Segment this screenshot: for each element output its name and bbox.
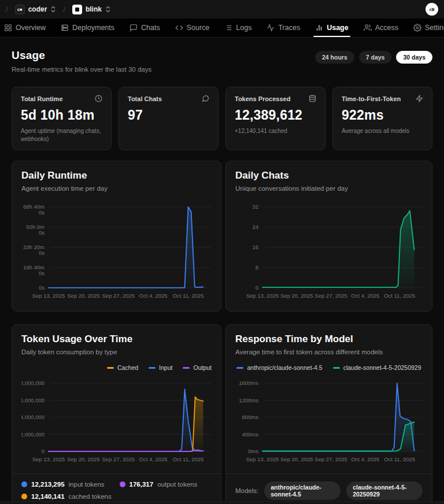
tab-access[interactable]: Access (356, 18, 406, 37)
svg-text:400ms: 400ms (242, 431, 258, 438)
models-label: Models: (235, 487, 258, 494)
divider (226, 473, 432, 474)
breadcrumb-org[interactable]: c■ coder (13, 3, 59, 16)
tab-source[interactable]: Source (168, 18, 217, 37)
top-bar: / c■ coder / blink cB (0, 0, 444, 18)
chart-title: Daily Chats (235, 170, 423, 181)
range-30-days-button[interactable]: 30 days (396, 51, 432, 64)
svg-text:Sep 20, 2025: Sep 20, 2025 (67, 456, 100, 462)
svg-text:Sep 13, 2025: Sep 13, 2025 (32, 292, 65, 299)
svg-text:Sep 20, 2025: Sep 20, 2025 (280, 456, 313, 462)
stat-label: Total Chats (128, 95, 162, 102)
tab-deployments[interactable]: Deployments (53, 18, 122, 37)
tab-label: Deployments (72, 24, 114, 32)
chart-title: Token Usage Over Time (21, 333, 212, 345)
svg-text:Oct 4, 2025: Oct 4, 2025 (351, 292, 379, 299)
range-24-hours-button[interactable]: 24 hours (315, 51, 354, 64)
server-icon (61, 24, 69, 32)
nav-tab-bar: Overview Deployments Chats Source Logs T… (0, 18, 444, 38)
token-totals: 12,213,295 input tokens 176,317 output t… (21, 481, 212, 500)
lightning-icon (416, 95, 423, 102)
tab-label: Overview (16, 24, 46, 32)
chevron-up-down-icon[interactable] (50, 6, 56, 13)
svg-text:Sep 20, 2025: Sep 20, 2025 (67, 292, 100, 299)
legend-swatch-icon (107, 367, 114, 369)
tab-logs[interactable]: Logs (217, 18, 259, 37)
chat-icon (202, 95, 209, 102)
token-usage-card: Token Usage Over Time Daily token consum… (12, 324, 221, 504)
stat-value: 5d 10h 18m (21, 108, 102, 123)
svg-text:0s: 0s (39, 250, 45, 256)
svg-text:6,000,000: 6,000,000 (21, 397, 45, 403)
tab-label: Chats (141, 24, 160, 32)
svg-text:Oct 4, 2025: Oct 4, 2025 (351, 456, 379, 462)
tab-usage[interactable]: Usage (308, 18, 356, 37)
legend-item: Cached (107, 364, 138, 372)
legend-swatch-icon (183, 367, 190, 369)
stat-subtext: Agent uptime (managing chats, webhooks) (21, 127, 102, 143)
users-icon (364, 24, 372, 32)
daily-runtime-chart[interactable]: 0s16h 40m0s33h 20m0s50h 0m0s66h 40m0sSep… (21, 201, 212, 303)
divider (12, 473, 221, 474)
time-range-group: 24 hours 7 days 30 days (315, 49, 432, 64)
range-7-days-button[interactable]: 7 days (359, 51, 392, 64)
stat-subtext: Average across all models (342, 127, 423, 135)
clock-icon (95, 95, 102, 102)
svg-text:0: 0 (42, 448, 45, 454)
tab-traces[interactable]: Traces (259, 18, 308, 37)
cached-tokens-total: 12,140,141 cached tokens (21, 493, 112, 500)
svg-text:Oct 4, 2025: Oct 4, 2025 (139, 292, 168, 299)
tab-overview[interactable]: Overview (0, 18, 53, 37)
response-time-chart[interactable]: 0ms400ms800ms1200ms1600msSep 13, 2025Sep… (235, 377, 423, 466)
tab-chats[interactable]: Chats (122, 18, 168, 37)
token-usage-chart[interactable]: 02,000,0004,000,0006,000,0008,000,000Sep… (21, 377, 212, 466)
breadcrumb-project[interactable]: blink (70, 3, 113, 16)
user-avatar[interactable]: cB (426, 3, 438, 16)
org-name: coder (28, 5, 47, 13)
tab-settings[interactable]: Settings (406, 18, 444, 37)
models-row: Models: anthropic/claude-sonnet-4.5 clau… (235, 481, 423, 500)
chart-subtitle: Daily token consumption by type (21, 349, 212, 355)
svg-text:0: 0 (256, 284, 258, 291)
stat-value: 12,389,612 (235, 108, 316, 123)
svg-text:Sep 13, 2025: Sep 13, 2025 (246, 292, 279, 299)
stat-cards-row: Total Runtime 5d 10h 18m Agent uptime (m… (12, 87, 432, 150)
tab-label: Usage (327, 24, 349, 32)
gear-icon (413, 24, 421, 32)
tab-label: Traces (278, 24, 300, 32)
legend-item: anthropic/claude-sonnet-4.5 (236, 364, 322, 372)
daily-chats-chart[interactable]: 08162432Sep 13, 2025Sep 20, 2025Sep 27, … (235, 201, 423, 303)
legend-item: Input (149, 364, 172, 372)
tab-label: Access (375, 24, 398, 32)
grid-icon (4, 24, 12, 32)
svg-text:32: 32 (252, 203, 258, 210)
legend-swatch-icon (236, 367, 243, 369)
token-usage-legend: Cached Input Output (21, 364, 212, 372)
database-icon (309, 95, 316, 102)
daily-chats-card: Daily Chats Unique conversations initiat… (225, 161, 432, 312)
chart-subtitle: Agent execution time per day (21, 185, 212, 192)
chart-title: Response Time by Model (235, 333, 423, 345)
svg-text:8: 8 (256, 264, 258, 270)
svg-text:Sep 27, 2025: Sep 27, 2025 (314, 456, 347, 462)
coder-logo-icon: c■ (15, 5, 25, 14)
response-time-legend: anthropic/claude-sonnet-4.5 claude-sonne… (235, 364, 423, 372)
svg-text:1600ms: 1600ms (239, 380, 258, 386)
legend-swatch-icon (333, 367, 340, 369)
svg-text:0s: 0s (39, 284, 45, 291)
svg-text:0s: 0s (39, 270, 45, 276)
breadcrumb-slash: / (6, 5, 8, 14)
model-badge: anthropic/claude-sonnet-4.5 (264, 481, 341, 500)
chevron-up-down-icon[interactable] (105, 6, 111, 13)
page-subtitle: Real-time metrics for blink over the las… (12, 66, 151, 73)
tab-label: Source (187, 24, 210, 32)
svg-text:0s: 0s (39, 229, 45, 236)
tab-label: Logs (236, 24, 251, 32)
svg-text:Oct 11, 2025: Oct 11, 2025 (384, 292, 415, 299)
svg-text:Sep 27, 2025: Sep 27, 2025 (314, 292, 347, 299)
bar-chart-icon (315, 24, 323, 32)
stat-label: Tokens Processed (235, 95, 290, 102)
breadcrumb-slash: / (63, 5, 65, 14)
stat-card-total-runtime: Total Runtime 5d 10h 18m Agent uptime (m… (12, 87, 112, 150)
svg-text:Oct 11, 2025: Oct 11, 2025 (173, 456, 204, 462)
